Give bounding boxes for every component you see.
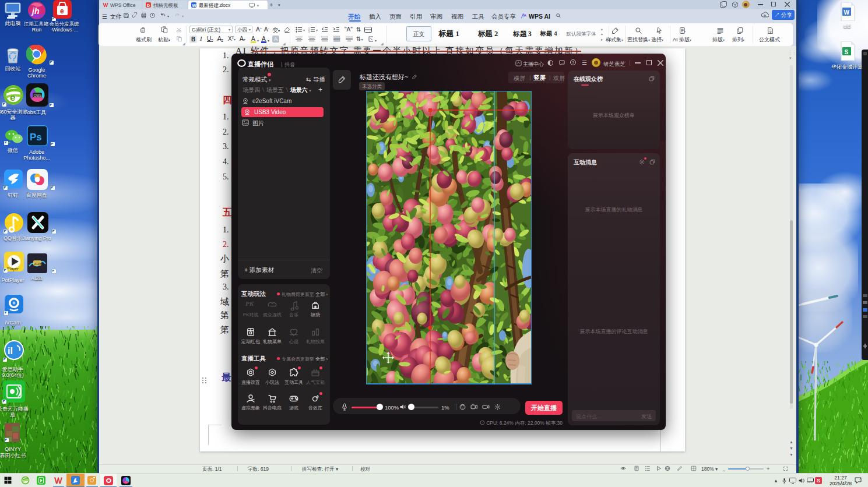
svg-text:Player: Player	[7, 267, 19, 271]
svg-text:3: 3	[308, 31, 310, 33]
svg-text:S: S	[845, 49, 849, 55]
svg-text:e: e	[60, 7, 64, 15]
svg-text:AIZB: AIZB	[34, 262, 42, 266]
svg-text:OBS: OBS	[34, 93, 42, 97]
svg-text:il: il	[8, 346, 13, 356]
svg-text:e: e	[10, 92, 15, 103]
svg-text:Ps: Ps	[30, 132, 42, 143]
svg-text:W: W	[844, 9, 850, 16]
svg-text:jh: jh	[31, 6, 39, 16]
